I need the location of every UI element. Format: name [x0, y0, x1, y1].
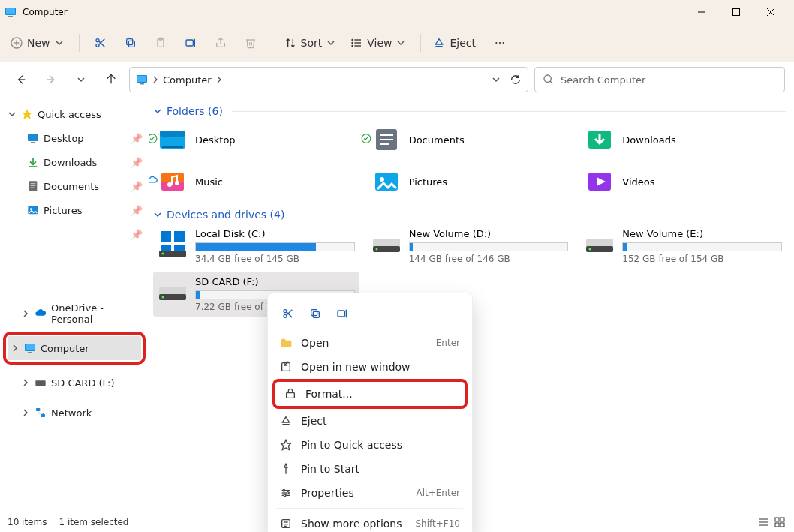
- titlebar: Computer: [0, 0, 794, 24]
- address-bar[interactable]: Computer: [129, 67, 528, 92]
- sidebar-onedrive[interactable]: OneDrive - Personal: [0, 302, 149, 326]
- document-icon: [27, 180, 39, 192]
- grid-icon: [774, 517, 785, 527]
- search-icon: [543, 74, 555, 86]
- chevron-down-icon[interactable]: [492, 75, 501, 84]
- svg-rect-51: [26, 344, 35, 350]
- search-placeholder: Search Computer: [561, 74, 645, 86]
- group-drives[interactable]: Devices and drives (4): [153, 209, 786, 221]
- recent-button[interactable]: [69, 68, 93, 92]
- copy-button[interactable]: [117, 29, 144, 56]
- drive-d[interactable]: New Volume (D:) 144 GB free of 146 GB: [367, 224, 573, 269]
- scissors-icon: [282, 308, 294, 320]
- sidebar-pictures[interactable]: Pictures 📌: [0, 198, 149, 222]
- forward-button[interactable]: [39, 68, 63, 92]
- copy-icon: [125, 37, 137, 49]
- sidebar-documents[interactable]: Documents 📌: [0, 174, 149, 198]
- cut-button[interactable]: [275, 302, 301, 325]
- menu-eject[interactable]: Eject: [271, 409, 469, 433]
- view-button[interactable]: View: [346, 29, 413, 56]
- arrow-up-icon: [105, 74, 117, 86]
- sidebar-downloads[interactable]: Downloads 📌: [0, 150, 149, 174]
- synced-icon: [361, 134, 371, 146]
- menu-open-new[interactable]: Open in new window: [271, 355, 469, 379]
- svg-rect-116: [775, 518, 779, 521]
- svg-marker-27: [436, 38, 443, 44]
- folder-desktop[interactable]: Desktop: [153, 120, 359, 159]
- sort-icon: [284, 37, 296, 49]
- folder-downloads[interactable]: Downloads: [580, 120, 786, 159]
- window-controls: [684, 0, 788, 24]
- menu-format[interactable]: Format...: [275, 382, 465, 406]
- sidebar-desktop[interactable]: Desktop 📌: [0, 126, 149, 150]
- copy-button[interactable]: [302, 302, 328, 325]
- star-icon: [21, 108, 33, 120]
- os-drive-icon: [158, 228, 188, 258]
- sidebar-quick-access[interactable]: Quick access: [0, 102, 149, 126]
- more-icon: [494, 37, 506, 49]
- svg-point-107: [287, 492, 289, 494]
- menu-pin-start[interactable]: Pin to Start: [271, 457, 469, 481]
- folder-pictures[interactable]: Pictures: [367, 162, 573, 201]
- cloud-icon: [149, 176, 158, 188]
- folder-documents[interactable]: Documents: [367, 120, 573, 159]
- chevron-down-icon: [8, 110, 17, 119]
- breadcrumb-root[interactable]: Computer: [163, 74, 212, 86]
- synced-icon: [149, 134, 158, 146]
- minimize-button[interactable]: [684, 0, 719, 24]
- view-large-button[interactable]: [773, 515, 786, 529]
- rename-icon: [336, 308, 348, 320]
- more-button[interactable]: [486, 29, 513, 56]
- sort-button[interactable]: Sort: [280, 29, 344, 56]
- svg-point-49: [30, 208, 32, 210]
- close-button[interactable]: [753, 0, 788, 24]
- up-button[interactable]: [99, 68, 123, 92]
- chevron-down-icon: [153, 210, 162, 219]
- drive-c[interactable]: Local Disk (C:) 34.4 GB free of 145 GB: [153, 224, 359, 269]
- view-details-button[interactable]: [756, 515, 770, 529]
- drive-icon: [158, 276, 188, 306]
- rename-button[interactable]: [329, 302, 355, 325]
- pin-icon: 📌: [131, 229, 143, 240]
- eject-button[interactable]: Eject: [429, 29, 483, 56]
- folder-music[interactable]: Music: [153, 162, 359, 201]
- sidebar-computer[interactable]: Computer: [8, 336, 141, 360]
- maximize-button[interactable]: [719, 0, 753, 24]
- sidebar-custom-1[interactable]: 📌: [0, 222, 149, 246]
- sidebar-sdcard[interactable]: SD CARD (F:): [0, 371, 149, 395]
- new-button[interactable]: New: [6, 29, 71, 56]
- share-icon: [215, 37, 227, 49]
- pin-icon: 📌: [131, 157, 143, 168]
- svg-point-86: [589, 248, 591, 251]
- svg-rect-94: [313, 311, 319, 317]
- share-button[interactable]: [207, 29, 234, 56]
- delete-button[interactable]: [237, 29, 264, 56]
- picture-icon: [27, 204, 39, 216]
- pin-icon: 📌: [131, 133, 143, 144]
- search-box[interactable]: Search Computer: [534, 67, 785, 92]
- sidebar-network[interactable]: Network: [0, 401, 149, 425]
- usage-bar: [409, 242, 569, 251]
- menu-pin-quick[interactable]: Pin to Quick access: [271, 433, 469, 457]
- menu-more[interactable]: Show more options Shift+F10: [271, 512, 469, 532]
- view-icon: [350, 37, 362, 49]
- paste-button[interactable]: [147, 29, 174, 56]
- star-icon: [280, 439, 292, 451]
- folder-videos[interactable]: Videos: [580, 162, 786, 201]
- cut-button[interactable]: [87, 29, 114, 56]
- menu-properties[interactable]: Properties Alt+Enter: [271, 481, 469, 505]
- refresh-icon[interactable]: [510, 74, 522, 86]
- chevron-down-icon: [55, 38, 64, 47]
- chevron-down-icon: [326, 38, 335, 47]
- downloads-icon: [585, 125, 615, 155]
- menu-open[interactable]: Open Enter: [271, 331, 469, 355]
- rename-button[interactable]: [177, 29, 204, 56]
- svg-rect-118: [775, 523, 779, 527]
- eject-icon: [280, 415, 292, 427]
- back-button[interactable]: [9, 68, 33, 92]
- drive-e[interactable]: New Volume (E:) 152 GB free of 154 GB: [580, 224, 786, 269]
- music-icon: [158, 167, 188, 197]
- svg-point-54: [37, 383, 38, 383]
- chevron-right-icon: [152, 75, 158, 84]
- group-folders[interactable]: Folders (6): [153, 105, 786, 117]
